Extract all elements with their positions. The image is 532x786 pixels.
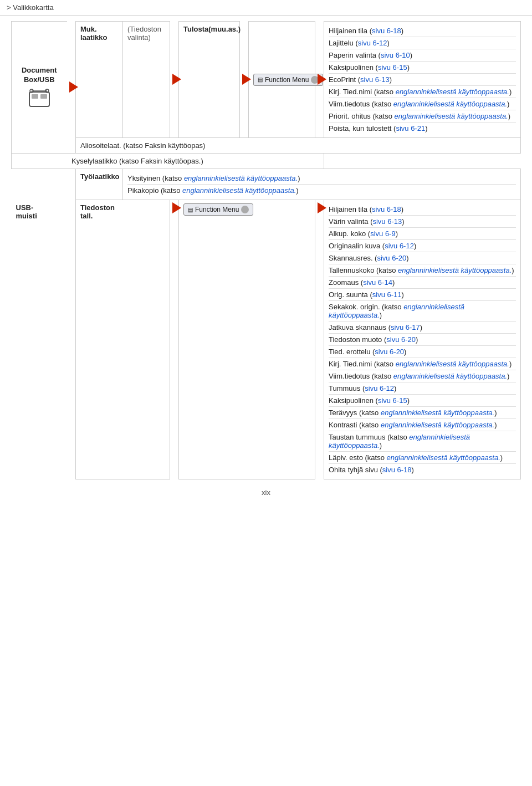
menu-link[interactable]: englanninkielisestä käyttöoppaasta. [393, 372, 507, 380]
empty-device-cell [12, 169, 67, 200]
list-item: Zoomaus (sivu 6-14) [329, 277, 516, 289]
menu-link[interactable]: englanninkielisestä käyttöoppaasta. [387, 453, 500, 462]
arrow-icon-usb [172, 202, 181, 213]
list-item: Poista, kun tulostett (sivu 6-21) [329, 123, 516, 134]
arrow-icon-1 [69, 81, 78, 93]
menu-link[interactable]: englanninkielisestä käyttöoppaasta. [398, 266, 511, 274]
usb-function-menu-button[interactable]: ▤ Function Menu [183, 203, 253, 216]
menu-table: DocumentBox/USB [11, 21, 521, 479]
page-wrapper: > Valikkokartta [0, 0, 532, 786]
menu-link[interactable]: englanninkielisestä käyttöoppaasta. [329, 433, 470, 450]
menu-link[interactable]: sivu 6-17 [391, 323, 420, 331]
svg-rect-0 [29, 92, 49, 106]
list-item: Ohita tyhjä sivu (sivu 6-18) [329, 464, 516, 476]
usb-function-menu-cell: ▤ Function Menu [179, 200, 315, 479]
list-item: Taustan tummuus (katso englanninkielises… [329, 431, 516, 452]
usb-label-cell: USB-muisti [12, 200, 67, 479]
muk-col-header: Muk.laatikko [76, 22, 123, 138]
tulosta-col-header: Tulosta(muu.as.) [179, 22, 240, 138]
list-item: Hiljainen tila (sivu 6-18) [329, 25, 516, 37]
usb-menu-items-cell: Hiljainen tila (sivu 6-18)Värin valinta … [324, 200, 521, 479]
function-menu-button[interactable]: ▤ Function Menu [253, 74, 323, 86]
tyolaatikko-items-cell: Yksityinen (katso englanninkielisestä kä… [123, 169, 521, 200]
menu-link[interactable]: sivu 6-20 [375, 348, 404, 356]
arrow-1 [67, 22, 76, 154]
menu-link[interactable]: englanninkielisestä käyttöoppaasta. [381, 409, 494, 417]
menu-link[interactable]: sivu 6-18 [372, 205, 401, 213]
usb-tiedoston-cell: Tiedostontall. [76, 200, 170, 479]
usb-menu-items-list: Hiljainen tila (sivu 6-18)Värin valinta … [329, 203, 516, 476]
menu-link[interactable]: englanninkielisestä käyttöoppaasta. [396, 360, 509, 368]
menu-link[interactable]: sivu 6-13 [372, 217, 402, 226]
list-item: Läpiv. esto (katso englanninkielisestä k… [329, 452, 516, 464]
svg-rect-1 [32, 94, 38, 99]
usb-function-menu-icon [241, 206, 249, 213]
list-item: Tied. erottelu (sivu 6-20) [329, 346, 516, 358]
list-item: Pikakopio (katso englanninkielisestä käy… [127, 185, 516, 196]
tyolaatikko-label-cell: Työlaatikko [76, 169, 123, 200]
tyolaatikko-items-list: Yksityinen (katso englanninkielisestä kä… [127, 172, 516, 196]
menu-link[interactable]: sivu 6-18 [382, 466, 412, 474]
usb-arrow-2 [170, 200, 179, 479]
list-item: Alkup. koko (sivu 6-9) [329, 228, 516, 240]
list-item: EcoPrint (sivu 6-13) [329, 74, 516, 86]
list-item: Jatkuva skannaus (sivu 6-17) [329, 321, 516, 334]
menu-link[interactable]: englanninkielisestä käyttöoppaasta. [184, 174, 298, 182]
arrow-3 [240, 22, 249, 138]
list-item: Kaksipuolinen (sivu 6-15) [329, 395, 516, 407]
list-item: Kontrasti (katso englanninkielisestä käy… [329, 419, 516, 431]
top-menu-items-cell: Hiljainen tila (sivu 6-18)Lajittelu (siv… [324, 22, 521, 138]
arrow-2 [170, 22, 179, 138]
usb-arrow-3 [315, 200, 324, 479]
menu-link[interactable]: sivu 6-10 [381, 51, 410, 59]
kyselylaatikko-row: Kyselylaatikko (katso Faksin käyttöopas.… [12, 154, 521, 169]
aliosoitelaat-row: Aliosoitelaat. (katso Faksin käyttöopas) [12, 138, 521, 154]
list-item: Tiedoston muoto (sivu 6-20) [329, 334, 516, 346]
list-item: Originaalin kuva (sivu 6-12) [329, 240, 516, 252]
list-item: Yksityinen (katso englanninkielisestä kä… [127, 172, 516, 185]
list-item: Viim.tiedotus (katso englanninkielisestä… [329, 370, 516, 382]
list-item: Viim.tiedotus (katso englanninkielisestä… [329, 98, 516, 110]
list-item: Paperin valinta (sivu 6-10) [329, 49, 516, 62]
menu-link[interactable]: englanninkielisestä käyttöoppaasta. [329, 303, 464, 319]
device-box: DocumentBox/USB [16, 66, 63, 109]
device-cell: DocumentBox/USB [12, 22, 67, 154]
list-item: Tummuus (sivu 6-12) [329, 382, 516, 395]
menu-link[interactable]: englanninkielisestä käyttöoppaasta. [396, 88, 509, 96]
menu-link[interactable]: sivu 6-15 [378, 63, 407, 72]
menu-link[interactable]: englanninkielisestä käyttöoppaasta. [393, 100, 507, 108]
menu-link[interactable]: englanninkielisestä käyttöoppaasta. [395, 112, 508, 120]
arrow-icon-usb-2 [318, 202, 326, 213]
menu-link[interactable]: englanninkielisestä käyttöoppaasta. [381, 421, 494, 429]
menu-link[interactable]: sivu 6-21 [396, 124, 425, 132]
menu-link[interactable]: sivu 6-20 [386, 335, 416, 344]
breadcrumb: > Valikkokartta [0, 0, 532, 16]
usb-row: USB-muisti Tiedostontall. ▤ [12, 200, 521, 479]
menu-link[interactable]: sivu 6-12 [365, 384, 394, 392]
main-content: DocumentBox/USB [0, 16, 532, 512]
kyselylaatikko-cell: Kyselylaatikko (katso Faksin käyttöopas.… [12, 154, 324, 169]
menu-link[interactable]: sivu 6-12 [385, 242, 414, 250]
aliosoitelaat-cell: Aliosoitelaat. (katso Faksin käyttöopas) [76, 138, 521, 154]
menu-link[interactable]: sivu 6-20 [377, 254, 406, 262]
menu-link[interactable]: sivu 6-13 [360, 75, 390, 84]
top-header-row: DocumentBox/USB [12, 22, 521, 138]
svg-rect-2 [40, 94, 47, 99]
arrow-icon-2 [172, 74, 181, 85]
menu-link[interactable]: sivu 6-12 [358, 39, 387, 47]
menu-link[interactable]: sivu 6-15 [378, 396, 407, 405]
list-item: Lajittelu (sivu 6-12) [329, 37, 516, 49]
page-number: xix [11, 479, 521, 501]
menu-link[interactable]: sivu 6-14 [363, 278, 392, 287]
empty-arrow-cell [67, 169, 76, 200]
list-item: Skannausres. (sivu 6-20) [329, 252, 516, 264]
list-item: Hiljainen tila (sivu 6-18) [329, 203, 516, 216]
menu-link[interactable]: sivu 6-9 [370, 229, 396, 238]
list-item: Terävyys (katso englanninkielisestä käyt… [329, 407, 516, 419]
menu-link[interactable]: englanninkielisestä käyttöoppaasta. [182, 186, 296, 195]
tyolaatikko-row: Työlaatikko Yksityinen (katso englannink… [12, 169, 521, 200]
usb-arrow-1 [67, 200, 76, 479]
menu-link[interactable]: sivu 6-11 [372, 290, 402, 299]
menu-link[interactable]: sivu 6-18 [372, 27, 401, 35]
tiedoston-col-header: (Tiedostonvalinta) [123, 22, 170, 138]
